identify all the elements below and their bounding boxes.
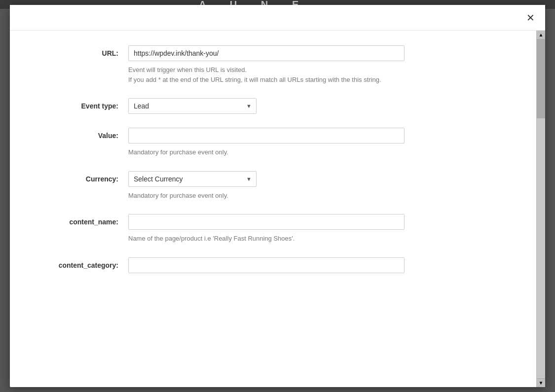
event-type-label: Event type: [30,98,128,110]
currency-row: Currency: Select Currency USD EUR GBP JP… [30,171,517,201]
url-help: Event will trigger when this URL is visi… [128,65,405,84]
content-category-row: content_category: [30,257,517,273]
value-input[interactable] [128,128,405,143]
event-type-row: Event type: Lead Purchase ViewContent Ad… [30,98,517,114]
url-row: URL: Event will trigger when this URL is… [30,45,517,84]
value-help: Mandatory for purchase event only. [128,147,405,157]
scrollbar-down-arrow[interactable]: ▼ [537,378,545,387]
modal-dialog: ✕ URL: Event will trigger when this URL … [10,5,545,387]
scrollbar-up-arrow[interactable]: ▲ [537,31,545,39]
event-type-content: Lead Purchase ViewContent AddToCart Init… [128,98,405,114]
value-label: Value: [30,128,128,140]
scrollbar: ▲ ▼ [536,31,545,387]
currency-select[interactable]: Select Currency USD EUR GBP JPY AUD CAD [128,171,257,187]
url-field-content: Event will trigger when this URL is visi… [128,45,405,84]
value-row: Value: Mandatory for purchase event only… [30,128,517,157]
url-label: URL: [30,45,128,57]
content-category-field-content [128,257,405,273]
modal-body: URL: Event will trigger when this URL is… [10,31,536,387]
event-type-select[interactable]: Lead Purchase ViewContent AddToCart Init… [128,98,257,114]
currency-select-wrapper: Select Currency USD EUR GBP JPY AUD CAD … [128,171,257,187]
content-name-help: Name of the page/product i.e 'Really Fas… [128,234,405,244]
value-field-content: Mandatory for purchase event only. [128,128,405,157]
modal-header: ✕ [10,5,545,31]
currency-field-content: Select Currency USD EUR GBP JPY AUD CAD … [128,171,405,201]
event-type-select-wrapper: Lead Purchase ViewContent AddToCart Init… [128,98,257,114]
content-name-input[interactable] [128,214,405,230]
content-name-row: content_name: Name of the page/product i… [30,214,517,244]
scrollbar-thumb[interactable] [537,39,545,118]
content-name-label: content_name: [30,214,128,226]
modal-body-wrapper: URL: Event will trigger when this URL is… [10,31,545,387]
currency-label: Currency: [30,171,128,183]
content-name-field-content: Name of the page/product i.e 'Really Fas… [128,214,405,244]
close-button[interactable]: ✕ [523,11,537,25]
url-input[interactable] [128,45,405,61]
currency-help: Mandatory for purchase event only. [128,191,405,201]
modal-overlay: A U N E . . . ✕ URL: Event will trigger … [0,0,555,392]
content-category-label: content_category: [30,257,128,269]
content-category-input[interactable] [128,257,405,273]
